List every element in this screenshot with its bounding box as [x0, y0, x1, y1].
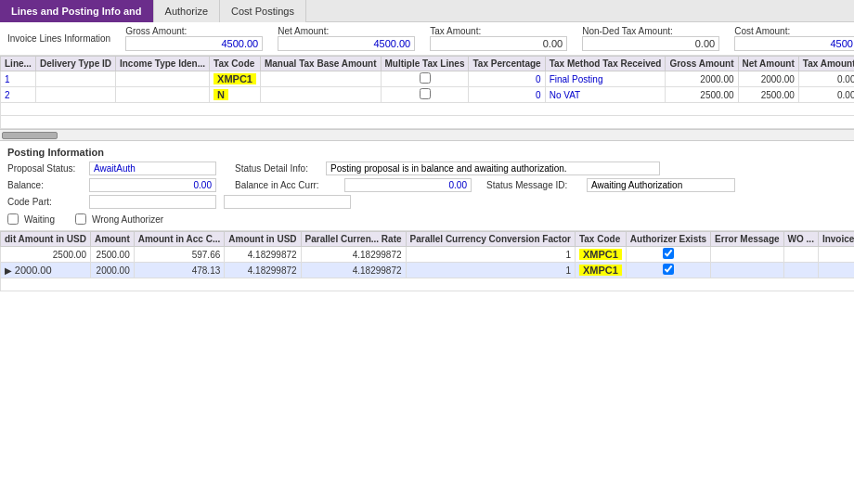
col-income: Income Type Iden... — [115, 57, 209, 71]
non-ded-input[interactable] — [582, 36, 719, 51]
pcol-dit-usd: dit Amount in USD — [1, 232, 91, 247]
pcol-par-factor: Parallel Currency Conversion Factor — [406, 232, 575, 247]
col-manual-tax: Manual Tax Base Amount — [260, 57, 381, 71]
line-2-multiple[interactable] — [381, 87, 469, 103]
lines-table: Line... Delivery Type ID Income Type Ide… — [0, 56, 854, 129]
post-1-wo — [783, 247, 818, 263]
post-2-par-factor: 1 — [406, 263, 575, 278]
lines-header-row: Line... Delivery Type ID Income Type Ide… — [1, 57, 855, 71]
post-2-error — [711, 263, 783, 278]
balance-input[interactable] — [89, 178, 216, 192]
tax-amount-label: Tax Amount: — [430, 26, 567, 36]
empty-row-3 — [1, 278, 855, 291]
tax-amount-section: Tax Amount: — [430, 26, 567, 51]
post-2-amount-acc: 478.13 — [134, 263, 225, 278]
post-1-error — [711, 247, 783, 263]
tab-lines-posting[interactable]: Lines and Posting Info and — [0, 0, 154, 22]
balance-acc-label: Balance in Acc Curr: — [235, 180, 337, 190]
posting-info-section: Posting Information Proposal Status: Sta… — [0, 141, 854, 231]
post-2-auth-exists[interactable] — [626, 263, 710, 278]
tab-cost-postings[interactable]: Cost Postings — [220, 0, 306, 22]
line-1-tax: 0.00 — [798, 71, 854, 87]
code-part-input-1[interactable] — [89, 195, 216, 209]
table-row[interactable]: 2 N 0 No VAT 2500.00 2500.00 0.00 0.00 0… — [1, 87, 855, 103]
col-tax-code: Tax Code — [210, 57, 261, 71]
status-detail-input[interactable] — [326, 162, 660, 175]
line-1-net: 2000.00 — [738, 71, 798, 87]
line-2-gross: 2500.00 — [666, 87, 738, 103]
gross-amount-label: Gross Amount: — [125, 26, 263, 36]
line-1-multiple[interactable] — [381, 71, 469, 87]
line-1-tax-method[interactable]: Final Posting — [545, 71, 666, 87]
line-1-manual-tax — [260, 71, 381, 87]
tax-amount-input[interactable] — [430, 36, 567, 51]
line-2-tax-pct: 0 — [469, 87, 545, 103]
col-delivery: Delivery Type ID — [35, 57, 115, 71]
post-1-invoice-internal — [818, 247, 854, 263]
line-2-income — [115, 87, 209, 103]
postings-header-row: dit Amount in USD Amount Amount in Acc C… — [1, 232, 855, 247]
post-2-invoice-internal — [818, 263, 854, 278]
line-1-link[interactable]: 1 — [1, 71, 36, 87]
pcol-wo: WO ... — [783, 232, 818, 247]
main-container: Lines and Posting Info and Authorize Cos… — [0, 0, 854, 504]
non-ded-label: Non-Ded Tax Amount: — [582, 26, 719, 36]
pcol-amount-acc: Amount in Acc C... — [134, 232, 225, 247]
lines-table-container: Line... Delivery Type ID Income Type Ide… — [0, 56, 854, 130]
empty-row-1 — [1, 103, 855, 116]
post-2-par-rate: 4.18299872 — [301, 263, 406, 278]
line-2-delivery — [35, 87, 115, 103]
table-row[interactable]: 1 XMPC1 0 Final Posting 2000.00 2000.00 … — [1, 71, 855, 87]
post-1-amount-acc: 597.66 — [134, 247, 225, 263]
wrong-auth-checkbox[interactable] — [75, 213, 86, 225]
waiting-row: Waiting Wrong Authorizer — [7, 213, 847, 225]
posting-info-title: Posting Information — [7, 147, 847, 158]
post-1-tax-code: XMPC1 — [575, 247, 626, 263]
code-part-input-2[interactable] — [224, 195, 351, 209]
line-2-manual-tax — [260, 87, 381, 103]
line-2-link[interactable]: 2 — [1, 87, 36, 103]
net-amount-section: Net Amount: — [278, 26, 415, 51]
status-message-label: Status Message ID: — [486, 180, 579, 190]
balance-acc-input[interactable] — [344, 178, 472, 192]
pcol-amount: Amount — [90, 232, 134, 247]
horizontal-scrollbar[interactable] — [0, 130, 854, 141]
line-1-income — [115, 71, 209, 87]
post-2-amount: 2000.00 — [90, 263, 134, 278]
wrong-auth-label: Wrong Authorizer — [92, 214, 163, 225]
tab-authorize[interactable]: Authorize — [154, 0, 220, 22]
net-amount-input[interactable] — [278, 36, 415, 51]
post-2-tax-code: XMPC1 — [575, 263, 626, 278]
cost-amount-label: Cost Amount: — [734, 26, 854, 36]
balance-row: Balance: Balance in Acc Curr: Status Mes… — [7, 178, 847, 192]
net-amount-label: Net Amount: — [278, 26, 415, 36]
post-1-par-rate: 4.18299872 — [301, 247, 406, 263]
proposal-status-input[interactable] — [89, 162, 216, 175]
col-tax-method: Tax Method Tax Received — [545, 57, 666, 71]
col-net: Net Amount — [738, 57, 798, 71]
tab-bar: Lines and Posting Info and Authorize Cos… — [0, 0, 854, 22]
table-row[interactable]: ▶ 2000.00 2000.00 478.13 4.18299872 4.18… — [1, 263, 855, 278]
line-1-tax-code: XMPC1 — [210, 71, 261, 87]
waiting-checkbox[interactable] — [7, 213, 19, 225]
post-1-amount-usd: 4.18299872 — [225, 247, 301, 263]
post-2-wo — [783, 263, 818, 278]
status-message-input[interactable] — [587, 178, 735, 192]
line-2-tax-method[interactable]: No VAT — [545, 87, 666, 103]
table-row[interactable]: 2500.00 2500.00 597.66 4.18299872 4.1829… — [1, 247, 855, 263]
cost-amount-input[interactable] — [734, 36, 854, 51]
empty-row-2 — [1, 116, 855, 129]
post-1-amount: 2500.00 — [90, 247, 134, 263]
post-2-amount-usd: 4.18299872 — [225, 263, 301, 278]
code-part-row: Code Part: — [7, 195, 847, 209]
line-1-delivery — [35, 71, 115, 87]
postings-table: dit Amount in USD Amount Amount in Acc C… — [0, 231, 854, 291]
post-1-dit-usd: 2500.00 — [1, 247, 91, 263]
post-1-auth-exists[interactable] — [626, 247, 710, 263]
non-ded-section: Non-Ded Tax Amount: — [582, 26, 719, 51]
scroll-thumb[interactable] — [2, 132, 58, 139]
invoice-summary: Invoice Lines Information Gross Amount: … — [0, 22, 854, 56]
line-1-tax-pct: 0 — [469, 71, 545, 87]
pcol-amount-usd: Amount in USD — [225, 232, 301, 247]
gross-amount-input[interactable] — [125, 36, 263, 51]
